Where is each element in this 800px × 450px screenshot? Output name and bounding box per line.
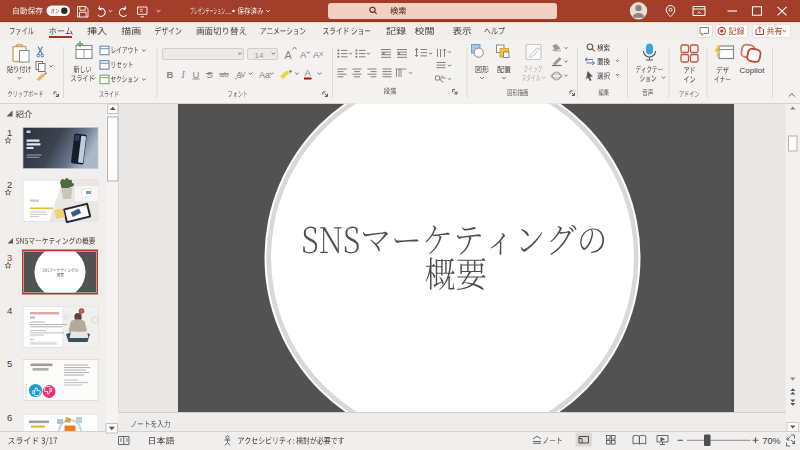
svg-text:1: 1 xyxy=(7,127,12,138)
svg-text:14: 14 xyxy=(255,51,264,60)
svg-text:A: A xyxy=(300,49,307,60)
svg-text:3: 3 xyxy=(7,252,12,263)
svg-text:70%: 70% xyxy=(763,436,781,446)
svg-text:ab: ab xyxy=(220,70,229,79)
svg-text:2: 2 xyxy=(7,179,12,190)
svg-text:...: ... xyxy=(225,7,232,16)
svg-text:A: A xyxy=(285,49,293,61)
svg-text:I: I xyxy=(181,70,186,80)
svg-text:U: U xyxy=(193,69,200,80)
svg-text:A: A xyxy=(313,49,320,60)
svg-text:B: B xyxy=(167,69,174,80)
svg-text:S: S xyxy=(207,69,213,80)
svg-text:Copilot: Copilot xyxy=(740,66,766,75)
svg-text:Aa: Aa xyxy=(259,70,270,80)
svg-text:5: 5 xyxy=(7,358,12,369)
svg-text:4: 4 xyxy=(7,305,12,316)
svg-text:A: A xyxy=(305,67,312,78)
svg-text:6: 6 xyxy=(7,412,12,423)
